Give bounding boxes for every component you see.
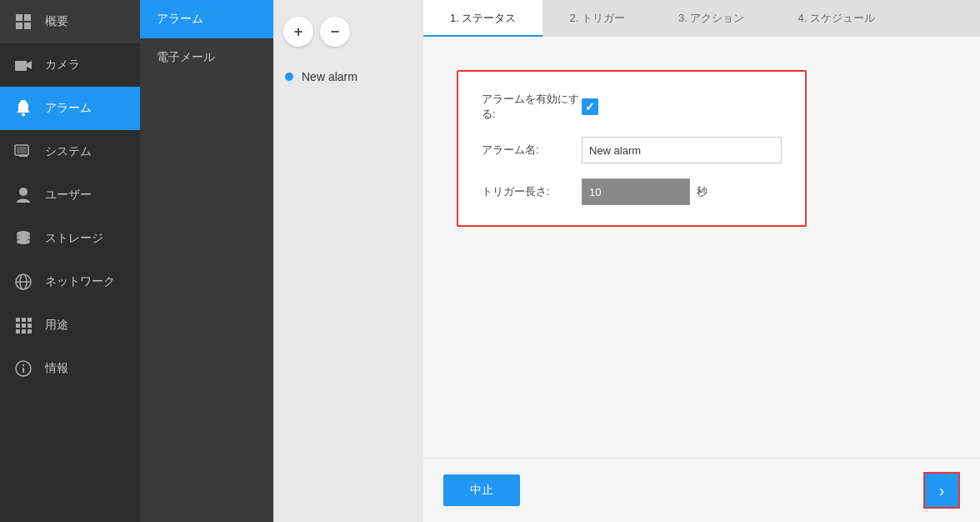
sidebar-item-apps[interactable]: 用途	[0, 304, 140, 347]
name-control	[582, 137, 782, 163]
sidebar-item-storage[interactable]: ストレージ	[0, 217, 140, 260]
svg-rect-2	[16, 23, 22, 29]
select-arrow-icon: ▼	[733, 188, 742, 197]
trigger-length-control: 10 20 30 60 ▼ 秒	[582, 178, 782, 205]
trigger-length-label: トリガー長さ:	[482, 184, 582, 199]
main-content: 1. ステータス 2. トリガー 3. アクション 4. スケジュール アラーム…	[423, 0, 980, 522]
sidebar-item-user[interactable]: ユーザー	[0, 173, 140, 217]
sidebar-label-storage: ストレージ	[45, 231, 103, 246]
sub-sidebar-item-email[interactable]: 電子メール	[140, 38, 273, 77]
svg-point-17	[17, 239, 30, 244]
form-area: アラームを有効にする: ✓ アラーム名: トリガー長さ	[423, 37, 980, 458]
sidebar-item-system[interactable]: システム	[0, 130, 140, 173]
sidebar-item-dashboard[interactable]: 概要	[0, 0, 140, 43]
add-alarm-button[interactable]: +	[283, 17, 313, 47]
info-icon	[13, 359, 33, 379]
system-icon	[13, 142, 33, 162]
enable-label: アラームを有効にする:	[482, 92, 582, 122]
next-icon: ›	[939, 481, 945, 500]
form-row-name: アラーム名:	[482, 137, 782, 163]
svg-rect-28	[22, 329, 26, 334]
form-row-trigger-length: トリガー長さ: 10 20 30 60 ▼ 秒	[482, 178, 782, 205]
form-box: アラームを有効にする: ✓ アラーム名: トリガー長さ	[457, 70, 807, 227]
enable-checkbox[interactable]: ✓	[582, 98, 598, 115]
sidebar-label-system: システム	[45, 144, 92, 159]
trigger-length-select[interactable]: 10 20 30 60	[582, 178, 690, 205]
sidebar-label-apps: 用途	[45, 318, 68, 333]
tab-schedule[interactable]: 4. スケジュール	[771, 0, 901, 37]
sidebar-item-camera[interactable]: カメラ	[0, 43, 140, 87]
sidebar-label-network: ネットワーク	[45, 274, 115, 289]
tab-status[interactable]: 1. ステータス	[423, 0, 542, 37]
svg-rect-26	[28, 324, 32, 328]
svg-point-12	[19, 188, 28, 196]
storage-icon	[13, 228, 33, 248]
svg-rect-25	[22, 324, 26, 328]
svg-rect-11	[22, 154, 25, 156]
svg-point-6	[22, 113, 25, 117]
unit-label: 秒	[697, 184, 708, 199]
sidebar-label-info: 情報	[45, 361, 68, 376]
alarm-icon	[13, 98, 33, 118]
bottom-bar: 中止 ›	[423, 458, 980, 522]
alarm-status-dot	[285, 73, 293, 81]
list-item[interactable]: New alarm	[273, 60, 423, 93]
trigger-length-wrapper: 10 20 30 60 ▼ 秒	[582, 178, 782, 205]
dashboard-icon	[13, 12, 33, 32]
sidebar-label-alarm: アラーム	[45, 101, 92, 116]
sidebar-item-info[interactable]: 情報	[0, 347, 140, 390]
network-icon	[13, 272, 33, 292]
remove-alarm-button[interactable]: −	[320, 17, 350, 47]
list-panel-actions: + −	[273, 10, 423, 60]
svg-rect-24	[16, 324, 20, 328]
sidebar-label-camera: カメラ	[45, 58, 80, 73]
list-panel: + − New alarm	[273, 0, 423, 522]
alarm-list-label: New alarm	[302, 70, 358, 83]
svg-rect-27	[16, 329, 20, 334]
sidebar: 概要 カメラ アラーム	[0, 0, 140, 522]
svg-rect-29	[28, 329, 32, 334]
sidebar-label-user: ユーザー	[45, 188, 92, 203]
svg-point-31	[22, 364, 24, 366]
svg-rect-0	[16, 14, 22, 21]
svg-rect-9	[17, 147, 27, 153]
apps-icon	[13, 315, 33, 335]
svg-rect-7	[21, 100, 26, 102]
svg-rect-32	[22, 368, 24, 373]
enable-control: ✓	[582, 98, 782, 115]
checkbox-checkmark: ✓	[585, 100, 595, 113]
form-row-enable: アラームを有効にする: ✓	[482, 92, 782, 122]
svg-marker-5	[27, 61, 32, 69]
name-label: アラーム名:	[482, 143, 582, 158]
sidebar-label-dashboard: 概要	[45, 14, 68, 29]
cancel-button[interactable]: 中止	[443, 474, 520, 506]
tab-action[interactable]: 3. アクション	[652, 0, 771, 37]
sub-sidebar: アラーム 電子メール	[140, 0, 273, 522]
svg-rect-23	[28, 318, 32, 322]
sub-sidebar-item-alarm[interactable]: アラーム	[140, 0, 273, 38]
alarm-name-input[interactable]	[582, 137, 782, 163]
svg-rect-4	[15, 61, 27, 71]
step-header: 1. ステータス 2. トリガー 3. アクション 4. スケジュール	[423, 0, 980, 37]
camera-icon	[13, 55, 33, 75]
svg-rect-21	[16, 318, 20, 322]
next-button[interactable]: ›	[923, 472, 960, 509]
svg-rect-3	[24, 23, 31, 29]
svg-rect-1	[24, 14, 31, 21]
svg-rect-22	[22, 318, 26, 322]
sidebar-item-alarm[interactable]: アラーム	[0, 87, 140, 130]
user-icon	[13, 185, 33, 205]
tab-trigger[interactable]: 2. トリガー	[542, 0, 651, 37]
sidebar-item-network[interactable]: ネットワーク	[0, 260, 140, 304]
